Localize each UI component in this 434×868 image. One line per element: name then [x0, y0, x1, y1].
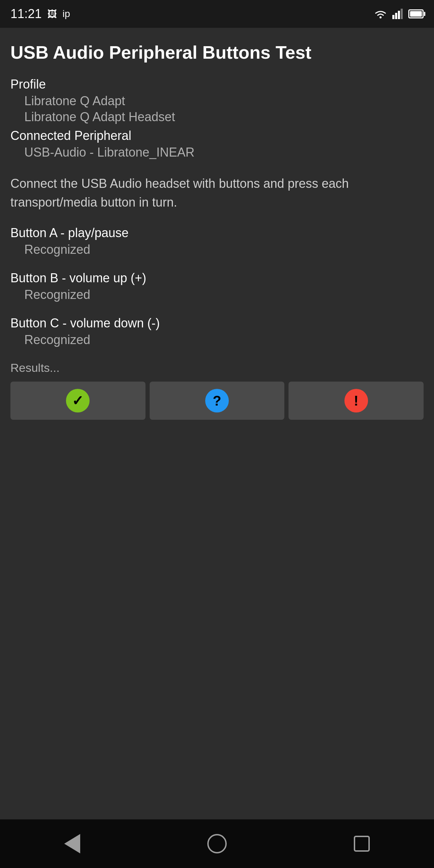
battery-icon [408, 9, 424, 18]
svg-point-0 [379, 16, 382, 18]
connected-peripheral-device: USB-Audio - Libratone_INEAR [10, 145, 424, 160]
fail-icon: ! [344, 389, 368, 412]
home-icon [207, 834, 227, 853]
recents-button[interactable] [348, 830, 376, 858]
status-bar: 11:21 🖼 ip [0, 0, 434, 28]
fail-button[interactable]: ! [289, 382, 424, 420]
page-title: USB Audio Peripheral Buttons Test [10, 42, 424, 63]
battery-fill [410, 11, 422, 17]
button-a-label: Button A - play/pause [10, 226, 424, 240]
button-b-entry: Button B - volume up (+) Recognized [10, 271, 424, 302]
home-button[interactable] [203, 830, 231, 858]
status-bar-right [374, 9, 424, 19]
button-c-status: Recognized [10, 333, 424, 347]
profile-item-1: Libratone Q Adapt [10, 94, 424, 108]
svg-rect-1 [392, 15, 394, 19]
button-b-label: Button B - volume up (+) [10, 271, 424, 285]
results-label: Results... [10, 361, 424, 375]
button-a-status: Recognized [10, 242, 424, 257]
svg-rect-4 [401, 9, 403, 19]
button-c-label: Button C - volume down (-) [10, 316, 424, 331]
info-icon: ? [205, 389, 229, 412]
button-b-status: Recognized [10, 287, 424, 302]
action-buttons: ✓ ? ! [10, 382, 424, 420]
svg-rect-3 [398, 11, 400, 19]
pass-icon: ✓ [66, 389, 90, 412]
status-time: 11:21 [10, 7, 42, 21]
recents-icon [354, 836, 370, 852]
main-content: USB Audio Peripheral Buttons Test Profil… [0, 28, 434, 819]
connected-peripheral-section: Connected Peripheral USB-Audio - Librato… [10, 128, 424, 161]
back-icon [64, 834, 80, 853]
pass-button[interactable]: ✓ [10, 382, 145, 420]
profile-section: Profile Libratone Q Adapt Libratone Q Ad… [10, 77, 424, 126]
ip-label: ip [62, 8, 70, 19]
connected-peripheral-label: Connected Peripheral [10, 128, 424, 143]
wifi-icon [374, 9, 387, 19]
button-a-entry: Button A - play/pause Recognized [10, 226, 424, 257]
button-c-entry: Button C - volume down (-) Recognized [10, 316, 424, 347]
profile-label: Profile [10, 77, 424, 92]
profile-item-2: Libratone Q Adapt Headset [10, 110, 424, 124]
image-icon: 🖼 [47, 8, 57, 20]
status-bar-left: 11:21 🖼 ip [10, 7, 70, 21]
svg-rect-2 [395, 13, 397, 19]
info-button[interactable]: ? [150, 382, 285, 420]
nav-bar [0, 819, 434, 868]
signal-icon [392, 9, 403, 19]
instruction-text: Connect the USB Audio headset with butto… [10, 174, 424, 212]
back-button[interactable] [58, 830, 86, 858]
